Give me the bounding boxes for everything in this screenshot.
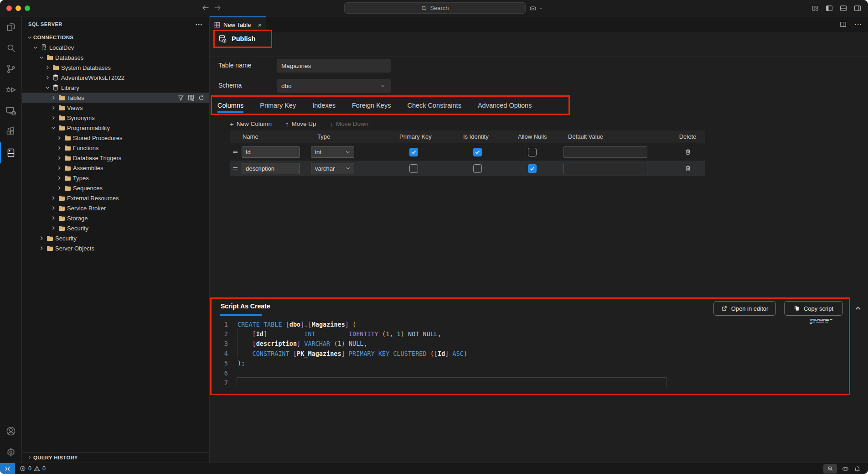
- more-actions-icon[interactable]: ⋯: [195, 20, 203, 29]
- tree-item-storage[interactable]: Storage: [22, 213, 209, 223]
- tree-item-external-resources[interactable]: External Resources: [22, 193, 209, 203]
- is-identity-checkbox[interactable]: [473, 164, 482, 173]
- window-minimize-button[interactable]: [16, 5, 21, 11]
- filter-icon[interactable]: [177, 94, 184, 101]
- open-in-editor-label: Open in editor: [731, 305, 769, 312]
- refresh-icon[interactable]: [198, 94, 205, 101]
- move-up-button[interactable]: ↑Move Up: [285, 120, 316, 128]
- tree-item-stored-procedures[interactable]: Stored Procedures: [22, 133, 209, 143]
- toggle-sidebar-icon[interactable]: [825, 4, 833, 12]
- chevron-down-icon[interactable]: [538, 5, 543, 11]
- column-type-select[interactable]: int: [311, 146, 354, 158]
- drag-handle-icon[interactable]: [230, 165, 241, 172]
- activity-bar-item-extensions[interactable]: [0, 121, 21, 142]
- tree-item-library[interactable]: Library: [22, 83, 209, 93]
- default-value-input[interactable]: [563, 146, 647, 158]
- column-name-input[interactable]: [242, 163, 300, 174]
- tree-item-tables[interactable]: Tables: [22, 93, 209, 103]
- activity-bar-item-settings[interactable]: [0, 442, 21, 463]
- minimap[interactable]: [810, 319, 840, 327]
- column-name-input[interactable]: [242, 146, 300, 158]
- primary-key-checkbox[interactable]: [409, 164, 418, 173]
- table-name-value: Magazines: [281, 63, 311, 69]
- allow-nulls-checkbox[interactable]: [528, 164, 537, 173]
- query-history-section[interactable]: QUERY HISTORY: [22, 452, 209, 463]
- tree-item-localdev[interactable]: LocalDev: [22, 42, 209, 52]
- chevron-down-icon: [32, 45, 39, 50]
- query-history-label: QUERY HISTORY: [33, 455, 78, 460]
- designer-tab-foreign-keys[interactable]: Foreign Keys: [352, 97, 391, 114]
- tree-item-security[interactable]: Security: [22, 233, 209, 243]
- tree-item-system-databases[interactable]: System Databases: [22, 63, 209, 73]
- schema-select[interactable]: dbo: [277, 79, 391, 93]
- more-actions-icon[interactable]: ⋯: [854, 20, 862, 29]
- is-identity-checkbox[interactable]: [473, 148, 482, 156]
- script-tab-underline: [220, 314, 262, 316]
- designer-tab-advanced-options[interactable]: Advanced Options: [478, 97, 532, 114]
- activity-bar-item-mssql[interactable]: [0, 142, 21, 163]
- move-down-button[interactable]: ↓Move Down: [330, 120, 369, 128]
- activity-bar-item-source-control[interactable]: [0, 58, 21, 79]
- tree-item-views[interactable]: Views: [22, 103, 209, 113]
- split-editor-icon[interactable]: [839, 21, 847, 28]
- designer-tab-columns[interactable]: Columns: [217, 97, 243, 114]
- problems-status[interactable]: 0 0: [20, 465, 46, 472]
- zoom-status[interactable]: [823, 464, 837, 474]
- tree-item-databases[interactable]: Databases: [22, 52, 209, 63]
- tree-item-connections[interactable]: CONNECTIONS: [22, 32, 209, 42]
- activity-bar-item-account[interactable]: [0, 421, 21, 442]
- chevron-down-icon: [26, 35, 33, 40]
- copilot-status-icon[interactable]: [842, 465, 849, 473]
- sidebar-title: SQL SERVER: [28, 21, 62, 27]
- tree-item-database-triggers[interactable]: Database Triggers: [22, 153, 209, 163]
- tree-item-types[interactable]: Types: [22, 173, 209, 183]
- copy-script-button[interactable]: Copy script: [784, 301, 843, 316]
- tree-item-label: LocalDev: [49, 44, 74, 51]
- tree-item-programmability[interactable]: Programmability: [22, 123, 209, 133]
- remote-indicator[interactable]: [0, 463, 15, 474]
- forward-arrow-icon[interactable]: [212, 3, 222, 13]
- tree-item-synonyms[interactable]: Synonyms: [22, 113, 209, 123]
- trash-icon[interactable]: [684, 148, 692, 156]
- allow-nulls-checkbox[interactable]: [528, 148, 537, 156]
- window-close-button[interactable]: [6, 5, 12, 11]
- back-arrow-icon[interactable]: [201, 3, 211, 13]
- bell-icon[interactable]: [854, 465, 861, 472]
- tree-item-service-broker[interactable]: Service Broker: [22, 203, 209, 213]
- publish-button[interactable]: Publish: [217, 34, 255, 44]
- tree-item-sequences[interactable]: Sequences: [22, 183, 209, 193]
- tree-item-assemblies[interactable]: Assemblies: [22, 163, 209, 173]
- activity-bar-item-run-debug[interactable]: [0, 79, 21, 100]
- window-zoom-button[interactable]: [25, 5, 30, 11]
- grid-toolbar: +New Column ↑Move Up ↓Move Down: [230, 118, 368, 130]
- table-name-input[interactable]: Magazines: [277, 59, 391, 73]
- copilot-icon[interactable]: [529, 4, 537, 12]
- activity-bar-item-remote-explorer[interactable]: [0, 100, 21, 121]
- copy-script-label: Copy script: [804, 305, 833, 312]
- tree-item-adventureworkslt2022[interactable]: AdventureWorksLT2022: [22, 73, 209, 83]
- collapse-panel-icon[interactable]: [853, 304, 863, 313]
- default-value-input[interactable]: [563, 163, 647, 174]
- activity-bar-item-explorer[interactable]: [0, 16, 21, 37]
- column-type-select[interactable]: varchar: [311, 163, 354, 174]
- primary-key-checkbox[interactable]: [409, 148, 418, 156]
- designer-tab-check-constraints[interactable]: Check Constraints: [407, 97, 461, 114]
- designer-tab-indexes[interactable]: Indexes: [312, 97, 336, 114]
- tree-item-functions[interactable]: Functions: [22, 143, 209, 153]
- command-center-search[interactable]: Search: [344, 2, 526, 14]
- toggle-secondary-sidebar-icon[interactable]: [853, 4, 862, 12]
- trash-icon[interactable]: [684, 165, 692, 172]
- tree-item-security[interactable]: Security: [22, 223, 209, 233]
- customize-layout-icon[interactable]: [811, 4, 819, 12]
- drag-handle-icon[interactable]: [230, 148, 241, 156]
- toggle-panel-icon[interactable]: [839, 4, 847, 12]
- designer-tab-primary-key[interactable]: Primary Key: [260, 97, 296, 114]
- open-in-editor-button[interactable]: Open in editor: [713, 301, 776, 316]
- line-number: 5: [210, 359, 228, 367]
- tab-new-table[interactable]: New Table ×: [210, 16, 266, 32]
- new-table-icon[interactable]: [187, 94, 195, 101]
- activity-bar-item-search[interactable]: [0, 37, 21, 58]
- close-icon[interactable]: ×: [258, 21, 262, 29]
- tree-item-server-objects[interactable]: Server Objects: [22, 243, 209, 253]
- new-column-button[interactable]: +New Column: [230, 120, 272, 128]
